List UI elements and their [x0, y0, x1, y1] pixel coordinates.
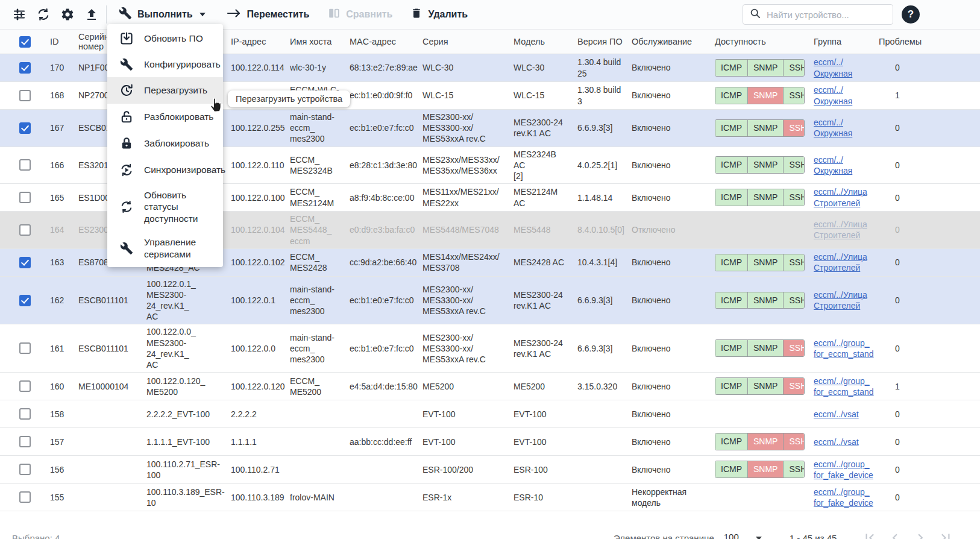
group-link[interactable]: eccm/../Улица Строителей — [814, 186, 867, 208]
column-header-mac[interactable]: MAC-адрес — [345, 30, 418, 54]
row-checkbox[interactable] — [19, 192, 31, 203]
mac-address: e4:5a:d4:de:15:80 — [345, 373, 418, 400]
firmware-version: 8.4.0.10.5[0] — [573, 212, 627, 248]
column-header-model[interactable]: Модель — [509, 30, 573, 54]
row-checkbox[interactable] — [19, 90, 31, 101]
icmp-status-badge: ICMP — [715, 433, 747, 450]
ip-address: 100.110.3.189 — [227, 484, 286, 511]
settings-gear-icon[interactable] — [55, 2, 80, 27]
availability-cell: ICMPSNMPSSH — [711, 82, 809, 109]
serial-number: ESCB011101 — [74, 277, 142, 324]
hostname: main-stand- eccm_ mes2300 — [286, 277, 345, 324]
hostname: ECCM_ MES2428 — [286, 249, 345, 276]
menu-item-label: Обновить ПО — [144, 33, 203, 44]
availability-badges: ICMPSNMPSSH — [715, 254, 805, 271]
row-checkbox[interactable] — [19, 122, 31, 134]
first-page-button[interactable] — [862, 530, 878, 539]
group-link[interactable]: eccm/../vsat — [814, 437, 859, 447]
row-checkbox[interactable] — [19, 464, 31, 475]
per-page-value: 100 — [724, 532, 739, 539]
prev-page-button[interactable] — [887, 530, 903, 539]
row-checkbox[interactable] — [19, 436, 31, 447]
menu-item[interactable]: Синхронизировать — [107, 157, 223, 183]
row-checkbox[interactable] — [19, 62, 31, 74]
filter-icon[interactable] — [7, 2, 31, 27]
group-link[interactable]: eccm/../ Окружная — [814, 84, 852, 106]
column-header-ip[interactable]: IP-адрес — [227, 30, 286, 54]
delete-button[interactable]: Удалить — [402, 2, 476, 27]
table-row: 160ME10000104100.122.0.120_ ME5200100.12… — [0, 373, 980, 400]
row-checkbox[interactable] — [19, 159, 31, 171]
series: MES2300-xx/ MES3300-xx/ MES53xxA rev.C — [418, 110, 509, 147]
column-header-availability[interactable]: Доступность — [711, 30, 809, 54]
refresh-icon[interactable] — [31, 2, 55, 27]
ip-address: 100.110.2.71 — [227, 456, 286, 483]
group-link[interactable]: eccm/../Улица Строителей — [814, 251, 867, 273]
device-name: 100.122.0.120_ ME5200 — [142, 373, 227, 400]
availability-cell: ICMPSNMPSSH — [711, 147, 809, 184]
problems-count: 0 — [875, 184, 980, 211]
menu-item[interactable]: Заблокировать — [107, 130, 223, 157]
menu-item[interactable]: Обновить ПО — [107, 25, 223, 52]
model: EVT-100 — [509, 400, 573, 427]
group-link[interactable]: eccm/../group_ for_fake_device — [814, 459, 873, 481]
series: ESR-1x — [418, 484, 509, 511]
group-link[interactable]: eccm/../vsat — [814, 409, 859, 420]
group-link[interactable]: eccm/../group_ for_eccm_stand — [814, 338, 874, 359]
select-all-checkbox[interactable] — [19, 36, 31, 48]
ip-address: 100.122.0.100 — [227, 184, 286, 211]
search-input[interactable] — [767, 10, 887, 20]
column-header-series[interactable]: Серия — [418, 30, 509, 54]
menu-item[interactable]: Управление сервисами — [107, 230, 223, 266]
hostname: main-stand- eccm_ mes2300 — [286, 110, 345, 147]
group-link[interactable]: eccm/../ Окружная — [814, 57, 852, 78]
availability-badges: ICMPSNMPSSH — [715, 59, 805, 77]
last-page-button[interactable] — [938, 530, 953, 539]
execute-dropdown-menu: Обновить ПОКонфигурироватьПерезагрузитьР… — [107, 24, 223, 267]
per-page-select[interactable]: 100 — [720, 531, 763, 539]
row-checkbox[interactable] — [19, 257, 31, 268]
availability-badges: ICMPSNMPSSH — [715, 339, 805, 357]
column-header-problems[interactable]: Проблемы — [875, 30, 980, 54]
pagination — [862, 530, 953, 539]
next-page-button[interactable] — [912, 530, 928, 539]
group-link[interactable]: eccm/../ Окружная — [814, 117, 852, 139]
row-checkbox[interactable] — [19, 295, 31, 306]
help-button[interactable]: ? — [902, 5, 920, 24]
group-link[interactable]: eccm/../ Окружная — [814, 154, 852, 176]
row-checkbox[interactable] — [19, 224, 31, 236]
row-checkbox[interactable] — [19, 342, 31, 354]
per-page-label: Элементов на странице — [614, 533, 714, 539]
device-id: 161 — [46, 324, 74, 372]
menu-item-label: Конфигурировать — [144, 58, 221, 70]
device-name: 100.122.0.1_ MES2300-24_rev.K1_ AC — [142, 277, 227, 324]
menu-item[interactable]: Конфигурировать — [107, 52, 223, 77]
series: WLC-30 — [418, 54, 509, 81]
menu-item[interactable]: Перезагрузить — [107, 77, 223, 104]
column-header-hostname[interactable]: Имя хоста — [286, 30, 345, 54]
snmp-status-badge: SNMP — [747, 433, 783, 450]
move-button[interactable]: Переместить — [218, 2, 318, 27]
menu-item[interactable]: Разблокировать — [107, 104, 223, 130]
mac-address — [345, 484, 418, 511]
ssh-status-badge: SSH — [783, 60, 805, 76]
column-header-id[interactable]: ID — [46, 30, 74, 54]
menu-item[interactable]: Обновить статусы доступности — [107, 183, 223, 230]
upload-icon[interactable] — [80, 2, 104, 27]
series: MES11xx/MES21xx/ MES22xx — [418, 184, 509, 211]
download-icon — [119, 31, 134, 46]
row-checkbox[interactable] — [19, 380, 31, 392]
row-checkbox[interactable] — [19, 491, 31, 503]
group-link[interactable]: eccm/../group_ for_fake_device — [814, 487, 873, 508]
execute-button[interactable]: Выполнить — [110, 2, 214, 27]
menu-item-label: Перезагрузить — [144, 84, 207, 96]
column-header-group[interactable]: Группа — [809, 30, 875, 54]
group-link[interactable]: eccm/../Улица Строителей — [814, 289, 867, 311]
snmp-status-badge: SNMP — [747, 157, 783, 173]
group-link[interactable]: eccm/../Улица Строителей — [814, 219, 867, 241]
column-header-version[interactable]: Версия ПО — [573, 30, 627, 54]
column-header-maintenance[interactable]: Обслуживание — [627, 30, 711, 54]
compare-button[interactable]: Сравнить — [319, 2, 401, 27]
row-checkbox[interactable] — [19, 408, 31, 420]
group-link[interactable]: eccm/../group_ for_eccm_stand — [814, 376, 874, 397]
